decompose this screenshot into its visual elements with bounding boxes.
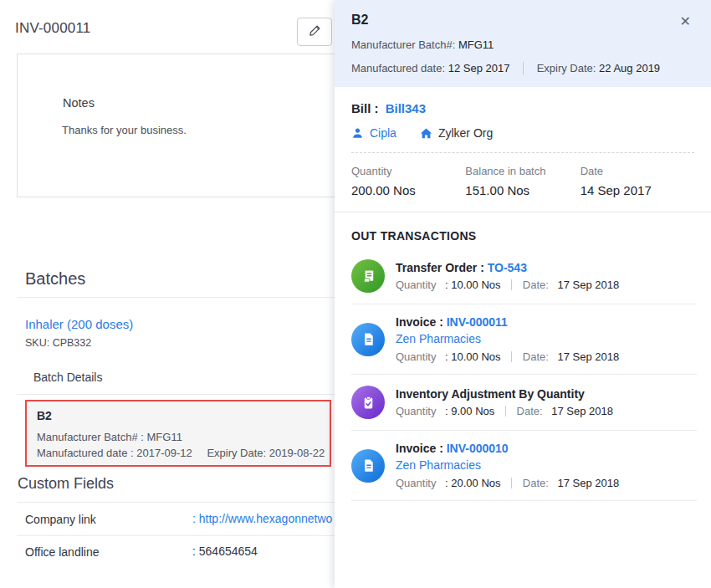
batch-item-link[interactable]: Inhaler (200 doses)	[25, 317, 133, 331]
stat-value: 151.00 Nos	[465, 183, 580, 197]
transaction-title: Transfer Order :	[396, 261, 484, 274]
custom-field-label: Office landline	[25, 545, 99, 559]
vertical-separator	[523, 62, 524, 74]
bill-label: Bill :	[351, 101, 379, 115]
batch-details-heading: Batch Details	[33, 371, 102, 384]
panel-title: B2	[351, 13, 368, 28]
transaction-link[interactable]: INV-000011	[447, 315, 508, 329]
quantity-value: : 10.00 Nos	[445, 279, 501, 291]
expiry-date-label: Expiry Date:	[537, 62, 596, 74]
quantity-value: : 10.00 Nos	[445, 350, 501, 363]
stat-value: 200.00 Nos	[351, 183, 465, 197]
out-transactions-list: Transfer Order : TO-543 Quantity : 10.00…	[351, 248, 697, 501]
manufacturer-batch-line: Manufacturer Batch#: MFG11	[351, 38, 694, 51]
pencil-icon	[307, 23, 323, 41]
building-icon	[420, 127, 432, 140]
quantity-label: Quantity	[396, 279, 436, 291]
quantity-label: Quantity	[396, 477, 436, 489]
stat-label: Balance in batch	[465, 165, 580, 177]
transaction-meta: Quantity : 10.00 Nos Date: 17 Sep 2018	[396, 279, 619, 291]
vendor-link[interactable]: Cipla	[370, 126, 396, 140]
batch-expiry-date: Expiry Date: 2019-08-22	[207, 447, 325, 459]
vendor-entity: Cipla	[351, 126, 396, 140]
organization-entity: Zylker Org	[420, 126, 493, 140]
transaction-title: Invoice :	[396, 442, 443, 455]
notes-body: Thanks for your business.	[62, 124, 187, 136]
date-label: Date:	[517, 405, 543, 417]
date-label: Date:	[523, 350, 549, 363]
transaction-meta: Quantity : 10.00 Nos Date: 17 Sep 2018	[396, 350, 619, 363]
transaction-item: Transfer Order : TO-543 Quantity : 10.00…	[351, 248, 697, 304]
out-transactions-heading: OUT TRANSACTIONS	[351, 229, 694, 243]
organization-name: Zylker Org	[438, 126, 493, 140]
date-label: Date:	[523, 279, 549, 291]
bill-section: Bill : Bill343 Cipla Zylker Org	[335, 87, 711, 153]
invoice-icon	[351, 323, 385, 356]
edit-button[interactable]	[297, 18, 332, 46]
manufacturer-batch-label: Manufacturer Batch#:	[351, 38, 455, 51]
date-value: 17 Sep 2018	[558, 279, 620, 291]
batch-dates-line: Manufactured date : 2017-09-12 Expiry Da…	[37, 447, 320, 459]
inventory-adjustment-icon	[351, 386, 385, 419]
vertical-separator	[511, 351, 512, 362]
customer-link[interactable]: Zen Pharmacies	[396, 332, 481, 345]
transaction-link[interactable]: INV-000010	[447, 442, 509, 455]
item-sku: SKU: CPB332	[25, 337, 91, 349]
transaction-link[interactable]: TO-543	[488, 261, 527, 274]
quantity-label: Quantity	[396, 405, 436, 417]
stat-date: Date 14 Sep 2017	[581, 165, 694, 197]
transaction-item: Inventory Adjustment By Quantity Quantit…	[351, 375, 697, 431]
manufactured-date-value: 12 Sep 2017	[448, 62, 510, 74]
date-value: 17 Sep 2018	[558, 477, 620, 489]
stat-balance: Balance in batch 151.00 Nos	[465, 165, 580, 197]
batch-manufactured-date: Manufactured date : 2017-09-12	[37, 447, 192, 459]
vertical-separator	[511, 279, 512, 290]
close-icon[interactable]: ✕	[677, 13, 694, 31]
panel-header: B2 ✕ Manufacturer Batch#: MFG11 Manufact…	[335, 0, 711, 87]
expiry-date-value: 22 Aug 2019	[599, 62, 660, 74]
transaction-title: Inventory Adjustment By Quantity	[396, 387, 585, 401]
quantity-value: : 20.00 Nos	[445, 477, 501, 489]
transaction-item: Invoice : INV-000010 Zen Pharmacies Quan…	[351, 431, 697, 501]
batches-heading: Batches	[25, 269, 85, 289]
divider	[335, 212, 711, 212]
transaction-meta: Quantity : 9.00 Nos Date: 17 Sep 2018	[396, 405, 613, 417]
transaction-meta: Quantity : 20.00 Nos Date: 17 Sep 2018	[396, 477, 619, 489]
vertical-separator	[505, 406, 506, 417]
page-title: INV-000011	[15, 20, 91, 37]
stat-value: 14 Sep 2017	[581, 183, 694, 197]
batch-manufacturer-line: Manufacturer Batch# : MFG11	[37, 431, 320, 443]
date-value: 17 Sep 2018	[551, 405, 613, 417]
batch-detail-panel: B2 ✕ Manufacturer Batch#: MFG11 Manufact…	[335, 0, 711, 588]
custom-fields-heading: Custom Fields	[18, 475, 114, 493]
batch-stats: Quantity 200.00 Nos Balance in batch 151…	[335, 153, 711, 212]
dates-line: Manufactured date: 12 Sep 2017 Expiry Da…	[351, 62, 694, 74]
quantity-label: Quantity	[396, 350, 436, 363]
batch-name: B2	[37, 409, 320, 422]
transfer-order-icon	[351, 259, 385, 293]
date-label: Date:	[523, 477, 549, 489]
stat-label: Quantity	[351, 165, 465, 177]
stat-label: Date	[581, 165, 694, 177]
person-icon	[351, 127, 364, 140]
office-landline-value: : 564654654	[192, 545, 258, 558]
selected-batch-card[interactable]: B2 Manufacturer Batch# : MFG11 Manufactu…	[25, 400, 331, 467]
transaction-title: Invoice :	[396, 315, 443, 329]
manufacturer-batch-value: MFG11	[458, 38, 494, 51]
bill-link[interactable]: Bill343	[386, 101, 426, 115]
custom-field-label: Company link	[25, 513, 96, 526]
stat-quantity: Quantity 200.00 Nos	[351, 165, 465, 197]
company-link-value[interactable]: : http://www.hexagonnetwo	[192, 512, 332, 525]
transaction-item: Invoice : INV-000011 Zen Pharmacies Quan…	[351, 304, 697, 375]
quantity-value: : 9.00 Nos	[445, 405, 494, 417]
customer-link[interactable]: Zen Pharmacies	[396, 458, 481, 472]
date-value: 17 Sep 2018	[558, 350, 620, 363]
notes-heading: Notes	[63, 96, 95, 110]
invoice-icon	[351, 449, 385, 483]
manufactured-date-label: Manufactured date:	[351, 62, 445, 74]
vertical-separator	[511, 478, 512, 488]
